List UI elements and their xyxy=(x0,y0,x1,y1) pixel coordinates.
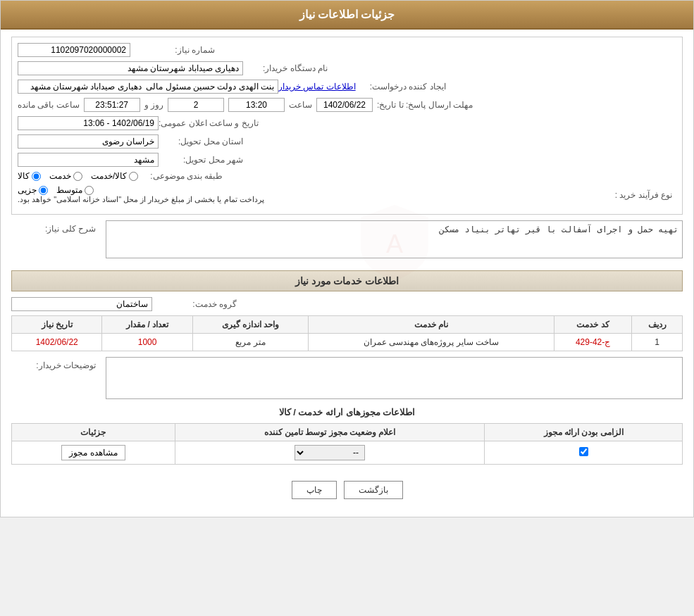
cell-unit: متر مربع xyxy=(192,334,308,351)
category-kala-khedmat[interactable]: کالا/خدمت xyxy=(91,171,138,181)
cell-name: ساخت سایر پروژه‌های مهندسی عمران xyxy=(309,334,554,351)
col-index: ردیف xyxy=(632,316,683,334)
col-code: کد خدمت xyxy=(554,316,632,334)
category-kala-label: کالا xyxy=(18,171,30,181)
licenses-col-status: اعلام وضعیت مجوز توسط تامین کننده xyxy=(175,424,485,441)
back-button[interactable]: بازگشت xyxy=(344,481,403,499)
licenses-table-row: -- مشاهده مجوز xyxy=(12,441,683,465)
page-header: جزئیات اطلاعات نیاز xyxy=(1,1,693,30)
public-announce-label: تاریخ و ساعت اعلان عمومی: xyxy=(159,118,259,128)
bottom-buttons: بازگشت چاپ xyxy=(11,470,683,510)
col-unit: واحد اندازه گیری xyxy=(192,316,308,334)
purchase-motavasset[interactable]: متوسط xyxy=(56,185,94,195)
category-khedmat[interactable]: خدمت xyxy=(49,171,82,181)
description-section: A تهیه حمل و اجرای آسفالت با قیر تهاتر ب… xyxy=(11,220,683,265)
purchase-jozi-label: جزیی xyxy=(18,185,37,195)
cell-date: 1402/06/22 xyxy=(12,334,102,351)
category-label: طبقه بندی موضوعی: xyxy=(138,171,223,181)
delivery-province-label: استان محل تحویل: xyxy=(159,137,243,146)
buyer-notes-label: توضیحات خریدار: xyxy=(11,357,96,370)
description-label: شرح کلی نیاز: xyxy=(11,220,96,234)
services-section-title: اطلاعات خدمات مورد نیاز xyxy=(11,270,683,291)
delivery-city-row: شهر محل تحویل: xyxy=(18,153,676,167)
category-row: طبقه بندی موضوعی: کالا/خدمت خدمت کالا xyxy=(18,171,676,181)
purchase-jozi-radio[interactable] xyxy=(39,186,48,195)
license-status-cell: -- xyxy=(175,441,485,465)
licenses-section-title: اطلاعات مجوزهای ارائه خدمت / کالا xyxy=(11,407,683,417)
licenses-table: الزامی بودن ارائه مجوز اعلام وضعیت مجوز … xyxy=(11,423,683,465)
page-title: جزئیات اطلاعات نیاز xyxy=(299,8,395,20)
delivery-province-row: استان محل تحویل: xyxy=(18,134,676,149)
print-button[interactable]: چاپ xyxy=(292,481,337,499)
requester-label: ایجاد کننده درخواست: xyxy=(361,82,446,92)
services-table: ردیف کد خدمت نام خدمت واحد اندازه گیری ت… xyxy=(11,315,683,351)
service-group-row: گروه خدمت: xyxy=(11,297,683,311)
category-radio-group: کالا/خدمت خدمت کالا xyxy=(18,171,138,181)
reply-days-box: 2 xyxy=(168,98,224,112)
description-textarea: تهیه حمل و اجرای آسفالت با قیر تهاتر بنی… xyxy=(106,220,683,258)
purchase-type-row: نوع فرآیند خرید : متوسط جزیی پرداخت xyxy=(18,185,676,204)
reply-deadline-row: مهلت ارسال پاسخ: تا تاریخ: 1402/06/22 سا… xyxy=(18,98,676,112)
category-khedmat-label: خدمت xyxy=(49,171,71,181)
licenses-table-wrapper: الزامی بودن ارائه مجوز اعلام وضعیت مجوز … xyxy=(11,423,683,465)
reply-day-label: روز و xyxy=(144,100,163,110)
category-khedmat-radio[interactable] xyxy=(73,172,82,181)
services-table-wrapper: ردیف کد خدمت نام خدمت واحد اندازه گیری ت… xyxy=(11,315,683,351)
col-qty: تعداد / مقدار xyxy=(102,316,192,334)
purchase-notice-text: پرداخت تمام یا بخشی از مبلغ خریدار از مح… xyxy=(18,195,264,203)
need-number-input xyxy=(18,43,130,57)
page-wrapper: جزئیات اطلاعات نیاز شماره نیاز: نام دستگ… xyxy=(0,0,694,517)
contact-link[interactable]: اطلاعات تماس خریدار xyxy=(278,82,356,92)
reply-date-box: 1402/06/22 xyxy=(316,98,373,112)
buyer-notes-section: توضیحات خریدار: xyxy=(11,357,683,401)
reply-clock-box: 23:51:27 xyxy=(84,98,140,112)
need-number-row: شماره نیاز: xyxy=(18,43,676,57)
purchase-motavasset-label: متوسط xyxy=(56,185,82,195)
buyer-org-input xyxy=(18,61,243,75)
content-area: شماره نیاز: نام دستگاه خریدار: ایجاد کنن… xyxy=(1,30,693,517)
category-kala[interactable]: کالا xyxy=(18,171,41,181)
remaining-label: ساعت باقی مانده xyxy=(18,100,80,110)
delivery-province-input xyxy=(18,134,159,149)
public-announce-row: تاریخ و ساعت اعلان عمومی: xyxy=(18,116,676,130)
reply-deadline-label: مهلت ارسال پاسخ: تا تاریخ: xyxy=(377,100,473,110)
purchase-type-notice: پرداخت تمام یا بخشی از مبلغ خریدار از مح… xyxy=(18,195,264,204)
purchase-motavasset-radio[interactable] xyxy=(85,186,94,195)
license-required-checkbox xyxy=(579,447,588,456)
buyer-org-row: نام دستگاه خریدار: xyxy=(18,61,676,75)
col-name: نام خدمت xyxy=(309,316,554,334)
license-details-cell: مشاهده مجوز xyxy=(12,441,175,465)
license-status-select[interactable]: -- xyxy=(295,445,365,460)
delivery-city-label: شهر محل تحویل: xyxy=(159,155,243,165)
need-number-label: شماره نیاز: xyxy=(130,45,215,55)
cell-qty: 1000 xyxy=(102,334,192,351)
license-required-cell xyxy=(485,441,683,465)
licenses-col-details: جزئیات xyxy=(12,424,175,441)
category-kala-khedmat-label: کالا/خدمت xyxy=(91,171,127,181)
table-row: 1 ج-42-429 ساخت سایر پروژه‌های مهندسی عم… xyxy=(12,334,683,351)
licenses-col-required: الزامی بودن ارائه مجوز xyxy=(485,424,683,441)
requester-row: ایجاد کننده درخواست: اطلاعات تماس خریدار xyxy=(18,80,676,94)
category-kala-radio[interactable] xyxy=(32,172,41,181)
buyer-notes-textarea[interactable] xyxy=(106,357,683,399)
delivery-city-input xyxy=(18,153,159,167)
reply-time-label: ساعت xyxy=(289,100,312,110)
cell-code: ج-42-429 xyxy=(554,334,632,351)
public-announce-input xyxy=(18,116,159,130)
reply-time-box: 13:20 xyxy=(228,98,285,112)
purchase-type-label: نوع فرآیند خرید : xyxy=(588,190,672,200)
buyer-org-label: نام دستگاه خریدار: xyxy=(243,63,328,73)
purchase-jozi[interactable]: جزیی xyxy=(18,185,48,195)
main-form-section: شماره نیاز: نام دستگاه خریدار: ایجاد کنن… xyxy=(11,37,683,215)
purchase-type-radio-group: متوسط جزیی xyxy=(18,185,94,195)
view-license-button[interactable]: مشاهده مجوز xyxy=(61,445,125,460)
category-kala-khedmat-radio[interactable] xyxy=(129,172,138,181)
col-date: تاریخ نیاز xyxy=(12,316,102,334)
buyer-notes-wrapper xyxy=(106,357,683,401)
description-wrapper: A تهیه حمل و اجرای آسفالت با قیر تهاتر ب… xyxy=(106,220,683,265)
service-group-input xyxy=(11,297,152,311)
service-group-label: گروه خدمت: xyxy=(152,299,237,309)
requester-input xyxy=(18,80,278,94)
cell-index: 1 xyxy=(632,334,683,351)
